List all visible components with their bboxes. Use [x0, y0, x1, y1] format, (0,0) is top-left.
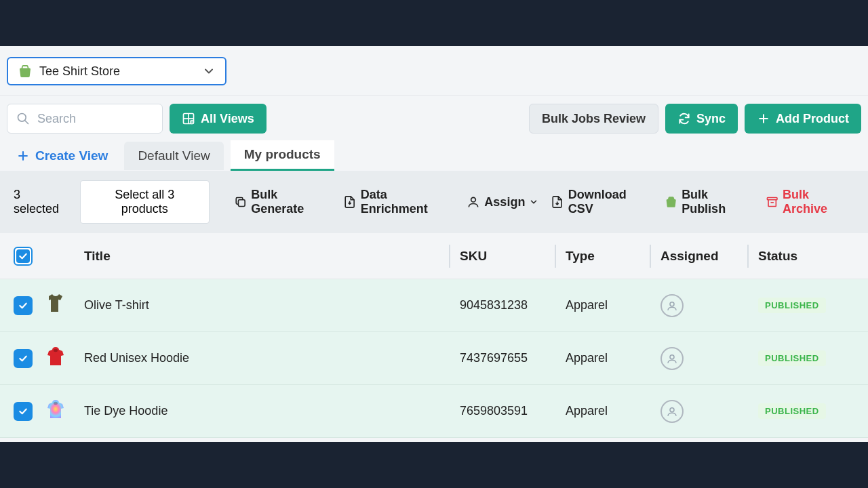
product-title: Olive T-shirt	[84, 298, 149, 312]
svg-rect-6	[238, 200, 245, 207]
header-assigned: Assigned	[660, 249, 719, 263]
search-wrap	[7, 104, 163, 134]
add-product-label: Add Product	[776, 112, 849, 126]
tab-default-view[interactable]: Default View	[124, 142, 223, 170]
svg-point-11	[670, 354, 674, 359]
assignee-avatar[interactable]	[660, 294, 684, 317]
sync-label: Sync	[696, 112, 726, 126]
product-sku: 7437697655	[460, 351, 528, 365]
data-enrichment-label: Data Enrichment	[361, 188, 455, 216]
product-thumb	[43, 398, 84, 425]
chevron-down-icon	[529, 197, 538, 207]
table-header: Title SKU Type Assigned Status	[0, 233, 868, 279]
svg-point-7	[471, 197, 476, 202]
status-badge: PUBLISHED	[758, 298, 826, 313]
product-type: Apparel	[566, 298, 608, 312]
download-csv-button[interactable]: Download CSV	[551, 188, 652, 216]
row-checkbox[interactable]	[14, 296, 33, 315]
product-thumb	[43, 345, 84, 372]
copy-icon	[234, 195, 247, 209]
product-title: Tie Dye Hoodie	[84, 404, 167, 418]
chevron-down-icon	[202, 64, 216, 78]
archive-icon	[766, 195, 778, 209]
tab-my-products[interactable]: My products	[231, 140, 334, 171]
product-type: Apparel	[566, 351, 608, 365]
svg-point-10	[54, 348, 58, 351]
bulk-archive-label: Bulk Archive	[783, 188, 854, 216]
search-input[interactable]	[7, 104, 163, 134]
product-title: Red Unisex Hoodie	[84, 351, 189, 365]
header-sku: SKU	[460, 249, 487, 263]
store-selector-row: Tee Shirt Store	[0, 46, 868, 96]
plus-icon	[757, 112, 770, 125]
product-sku: 9045831238	[460, 298, 528, 312]
bulk-jobs-button[interactable]: Bulk Jobs Review	[529, 104, 658, 134]
assign-label: Assign	[484, 195, 525, 209]
bulk-generate-button[interactable]: Bulk Generate	[234, 188, 332, 216]
bulk-archive-button[interactable]: Bulk Archive	[766, 188, 854, 216]
create-view-label: Create View	[35, 148, 108, 163]
toolbar: All Views Bulk Jobs Review Sync Add Prod…	[0, 96, 868, 140]
all-views-label: All Views	[201, 112, 254, 126]
all-views-button[interactable]: All Views	[170, 104, 267, 134]
search-icon	[16, 112, 30, 125]
download-csv-label: Download CSV	[568, 188, 652, 216]
product-thumb	[43, 292, 84, 319]
add-product-button[interactable]: Add Product	[745, 104, 861, 134]
tab-row: Create View Default View My products	[0, 140, 868, 171]
sync-icon	[677, 112, 691, 125]
shopify-icon	[18, 64, 33, 79]
sync-button[interactable]: Sync	[665, 104, 738, 134]
header-title: Title	[84, 249, 111, 263]
bulk-publish-button[interactable]: Bulk Publish	[665, 188, 753, 216]
store-select-dropdown[interactable]: Tee Shirt Store	[7, 57, 226, 85]
download-icon	[551, 195, 564, 209]
status-badge: PUBLISHED	[758, 403, 826, 419]
create-view-button[interactable]: Create View	[7, 143, 117, 169]
plus-icon	[16, 149, 30, 163]
assignee-avatar[interactable]	[660, 400, 684, 423]
svg-point-12	[54, 401, 58, 404]
assignee-avatar[interactable]	[660, 347, 684, 370]
assign-button[interactable]: Assign	[467, 195, 538, 209]
table-body: Olive T-shirt9045831238ApparelPUBLISHEDR…	[0, 279, 868, 438]
file-down-icon	[343, 195, 356, 209]
selection-count: 3 selected	[14, 188, 68, 216]
select-all-button[interactable]: Select all 3 products	[80, 180, 210, 224]
table-row[interactable]: Olive T-shirt9045831238ApparelPUBLISHED	[0, 279, 868, 332]
store-name: Tee Shirt Store	[39, 64, 195, 79]
header-type: Type	[566, 249, 595, 263]
row-checkbox[interactable]	[14, 402, 33, 421]
status-badge: PUBLISHED	[758, 350, 826, 366]
svg-line-1	[25, 121, 28, 124]
row-checkbox[interactable]	[14, 349, 33, 368]
person-icon	[467, 195, 480, 209]
data-enrichment-button[interactable]: Data Enrichment	[343, 188, 454, 216]
svg-point-13	[670, 407, 674, 411]
table-row[interactable]: Tie Dye Hoodie7659803591ApparelPUBLISHED	[0, 385, 868, 438]
shopify-icon	[665, 195, 677, 209]
svg-point-9	[670, 302, 674, 306]
bulk-jobs-label: Bulk Jobs Review	[542, 112, 646, 126]
product-type: Apparel	[566, 404, 608, 418]
bulk-generate-label: Bulk Generate	[251, 188, 331, 216]
grid-icon	[182, 112, 195, 125]
table-row[interactable]: Red Unisex Hoodie7437697655ApparelPUBLIS…	[0, 332, 868, 385]
selection-bar: 3 selected Select all 3 products Bulk Ge…	[0, 171, 868, 233]
bulk-publish-label: Bulk Publish	[682, 188, 753, 216]
select-all-checkbox[interactable]	[14, 247, 33, 266]
header-status: Status	[758, 249, 797, 263]
product-sku: 7659803591	[460, 404, 528, 418]
app-frame: Tee Shirt Store All Views Bulk Jobs Revi…	[0, 46, 868, 442]
